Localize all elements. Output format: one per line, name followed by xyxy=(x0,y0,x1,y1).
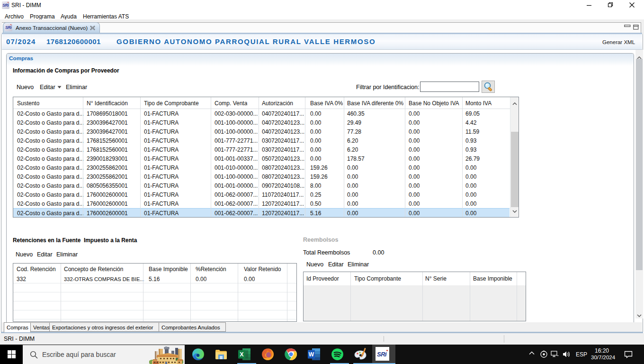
svg-text:X: X xyxy=(240,351,244,358)
svg-text:W: W xyxy=(309,351,314,358)
